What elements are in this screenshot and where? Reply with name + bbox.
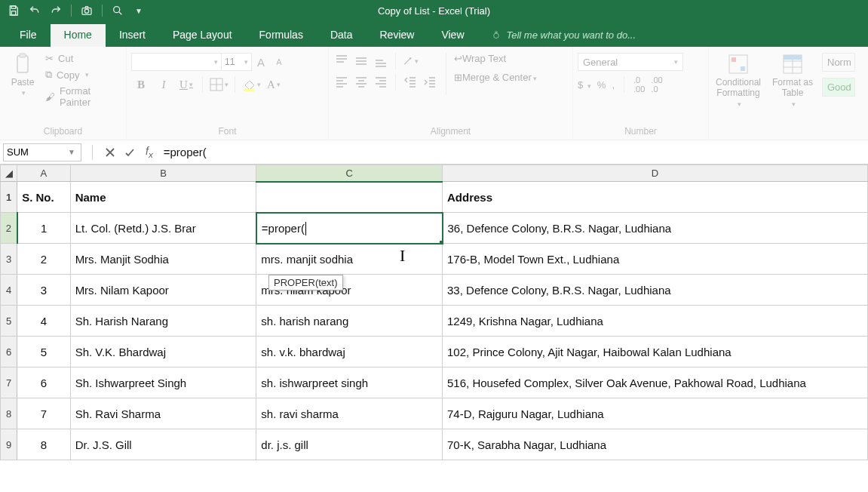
align-top-icon[interactable] [333,53,350,69]
cell[interactable]: Mrs. Nilam Kapoor [70,275,256,306]
row-header[interactable]: 2 [1,213,17,244]
cell[interactable]: Dr. J.S. Gill [70,429,256,460]
align-bottom-icon[interactable] [373,53,389,69]
cell[interactable]: sh. ishwarpreet singh [256,367,443,398]
row-header[interactable]: 7 [1,367,17,398]
cell[interactable]: Name [70,182,256,213]
fx-icon[interactable]: fx [146,145,153,159]
cell[interactable]: dr. j.s. gill [256,429,443,460]
conditional-formatting-button[interactable]: Conditional Formatting▾ [713,50,763,109]
row-header[interactable]: 5 [1,306,17,337]
font-color-icon[interactable]: A▾ [264,75,284,94]
tell-me-box[interactable]: Tell me what you want to do... [483,24,644,47]
orientation-icon[interactable]: ▾ [402,53,419,69]
bold-button[interactable]: B [131,75,151,94]
col-header-A[interactable]: A [17,165,70,182]
cell[interactable]: 74-D, Rajguru Nagar, Ludhiana [443,398,868,429]
select-all-corner[interactable]: ◢ [1,165,17,182]
name-box[interactable]: SUM ▼ [3,143,81,161]
row-header[interactable]: 4 [1,275,17,306]
number-format-combo[interactable]: General▾ [578,53,683,71]
cell[interactable]: 1 [17,213,70,244]
borders-icon[interactable]: ▾ [209,75,229,94]
cell[interactable]: 3 [17,275,70,306]
cell[interactable]: 7 [17,398,70,429]
cell[interactable]: 1249, Krishna Nagar, Ludhiana [443,306,868,337]
underline-button[interactable]: U▾ [176,75,196,94]
cell[interactable]: 8 [17,429,70,460]
align-center-icon[interactable] [353,74,370,91]
cell[interactable]: Lt. Col. (Retd.) J.S. Brar [70,213,256,244]
align-right-icon[interactable] [373,74,389,91]
font-name-combo[interactable]: ▾ [131,53,222,71]
format-painter-button[interactable]: 🖌Format Painter [45,85,121,108]
wrap-text-button[interactable]: ↩Wrap Text [454,53,537,64]
cell[interactable]: sh. harish narang [256,306,443,337]
decrease-decimal-icon[interactable]: .00.0 [651,75,662,94]
decrease-font-icon[interactable]: A [270,53,288,71]
cell[interactable]: 102, Prince Colony, Ajit Nagar, Haibowal… [443,337,868,367]
comma-icon[interactable]: , [612,79,615,91]
style-good[interactable]: Good [822,78,855,97]
cancel-formula-icon[interactable] [100,143,120,161]
redo-icon[interactable] [47,2,65,20]
cell[interactable]: sh. ravi sharma [256,398,443,429]
tab-page-layout[interactable]: Page Layout [159,24,246,47]
paste-button[interactable]: Paste ▾ [5,50,41,97]
increase-font-icon[interactable]: A [252,53,270,71]
tab-data[interactable]: Data [317,24,367,47]
tab-formulas[interactable]: Formulas [246,24,317,47]
cell[interactable]: S. No. [17,182,70,213]
cell[interactable]: 70-K, Sarabha Nagar, Ludhiana [443,429,868,460]
cell[interactable]: Sh. Ravi Sharma [70,398,256,429]
name-box-dropdown-icon[interactable]: ▼ [66,146,78,158]
italic-button[interactable]: I [154,75,173,94]
fill-handle[interactable] [440,241,443,244]
cell[interactable]: Mrs. Manjit Sodhia [70,244,256,275]
cell[interactable]: 5 [17,337,70,367]
cell[interactable]: Sh. Harish Narang [70,306,256,337]
cut-button[interactable]: ✂Cut [45,53,121,64]
enter-formula-icon[interactable] [120,143,140,161]
cell[interactable]: Address [443,182,868,213]
row-header[interactable]: 6 [1,337,17,367]
cell[interactable] [256,182,443,213]
cell[interactable]: Sh. V.K. Bhardwaj [70,337,256,367]
row-header[interactable]: 9 [1,429,17,460]
cell[interactable]: 33, Defence Colony, B.R.S. Nagar, Ludhia… [443,275,868,306]
row-header[interactable]: 8 [1,398,17,429]
increase-decimal-icon[interactable]: .0.00 [633,75,645,94]
increase-indent-icon[interactable] [422,74,438,91]
undo-icon[interactable] [26,2,44,20]
cell[interactable]: =proper( [256,213,443,244]
cell[interactable]: Sh. Ishwarpreet Singh [70,367,256,398]
cell[interactable]: 6 [17,367,70,398]
accounting-icon[interactable]: $ ▾ [578,79,591,91]
align-middle-icon[interactable] [353,53,370,69]
cell[interactable]: 36, Defence Colony, B.R.S. Nagar, Ludhia… [443,213,868,244]
font-size-combo[interactable]: 11▾ [222,53,252,71]
style-normal[interactable]: Norm [822,53,855,72]
col-header-D[interactable]: D [443,165,868,182]
tab-view[interactable]: View [428,24,477,47]
cell[interactable]: sh. v.k. bhardwaj [256,337,443,367]
tab-home[interactable]: Home [51,24,106,47]
formula-input[interactable] [159,143,868,161]
qat-customize-icon[interactable]: ▼ [130,2,148,20]
cell[interactable]: 176-B, Model Town Ext., Ludhiana [443,244,868,275]
cell[interactable]: 2 [17,244,70,275]
col-header-C[interactable]: C [256,165,443,182]
row-header[interactable]: 3 [1,244,17,275]
merge-center-button[interactable]: ⊞Merge & Center▾ [454,72,537,83]
spreadsheet-grid[interactable]: ◢ A B C D 1S. No.NameAddress21Lt. Col. (… [0,165,868,460]
row-header[interactable]: 1 [1,182,17,213]
align-left-icon[interactable] [333,74,350,91]
cell[interactable]: mrs. manjit sodhia [256,244,443,275]
col-header-B[interactable]: B [70,165,256,182]
save-icon[interactable] [5,2,23,20]
tab-insert[interactable]: Insert [106,24,159,47]
tab-file[interactable]: File [6,24,51,47]
fill-color-icon[interactable]: ▾ [241,75,261,94]
percent-icon[interactable]: % [597,79,606,91]
cell[interactable]: 4 [17,306,70,337]
